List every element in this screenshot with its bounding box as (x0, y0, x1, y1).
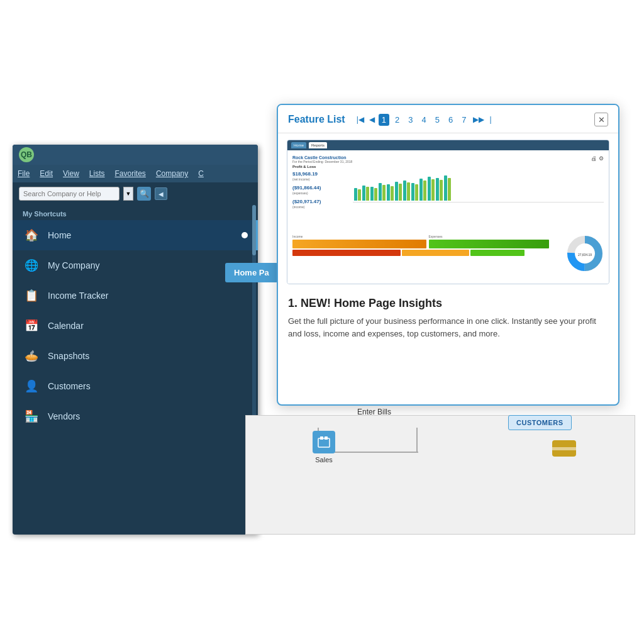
bar-group (395, 182, 402, 201)
preview-right-panel (353, 171, 604, 230)
calendar-icon: 📅 (23, 317, 40, 335)
bar-green (399, 184, 402, 201)
bar-green (440, 180, 443, 201)
page-prev-button[interactable]: ◀ (368, 114, 376, 125)
pagination-controls: |◀ ◀ 1 2 3 4 5 6 7 ▶▶ | (355, 114, 493, 126)
page-5-button[interactable]: 5 (432, 114, 443, 126)
svg-text:27,634.19: 27,634.19 (578, 253, 592, 257)
home-page-button[interactable]: Home Pa (225, 263, 278, 282)
sidebar-item-income-tracker[interactable]: 📋 Income Tracker (13, 280, 258, 311)
scrollbar-thumb (252, 205, 256, 255)
menu-company[interactable]: Company (156, 169, 188, 178)
bar-green (431, 179, 435, 201)
page-7-button[interactable]: 7 (458, 114, 469, 126)
preview-expense-title: Expenses (429, 235, 563, 238)
bar-teal (370, 187, 374, 201)
bar-group (436, 178, 443, 201)
svg-rect-4 (318, 438, 330, 447)
bar-teal (387, 184, 390, 201)
sidebar-item-income-label: Income Tracker (48, 291, 108, 301)
snapshots-icon: 🥧 (23, 347, 40, 365)
bar-teal (403, 180, 406, 201)
title-bar: QB (13, 145, 258, 165)
bar-green (358, 189, 361, 201)
active-line (256, 220, 258, 250)
bar-green (415, 184, 418, 201)
popup-text-content: 1. NEW! Home Page Insights Get the full … (278, 291, 618, 346)
preview-print-icon: 🖨 (591, 155, 597, 162)
bar-green (423, 180, 426, 201)
page-2-button[interactable]: 2 (392, 114, 402, 126)
preview-tab-reports: Reports (309, 142, 327, 148)
search-input[interactable] (19, 187, 119, 201)
bar-group (379, 183, 386, 201)
bar-group (354, 188, 361, 201)
page-1-button[interactable]: 1 (379, 114, 389, 126)
page-6-button[interactable]: 6 (445, 114, 456, 126)
search-dropdown-icon[interactable]: ▼ (123, 187, 133, 201)
collapse-sidebar-button[interactable]: ◀ (155, 187, 167, 200)
bar-group (370, 187, 377, 201)
sidebar-item-home[interactable]: 🏠 Home (13, 220, 258, 250)
sidebar-item-customers[interactable]: 👤 Customers (13, 371, 258, 401)
menu-edit[interactable]: Edit (40, 169, 53, 178)
page-next-button[interactable]: ▶▶ (472, 114, 486, 125)
sidebar-item-calendar[interactable]: 📅 Calendar (13, 311, 258, 341)
preview-donut-chart: 27,634.19 (566, 235, 604, 272)
mini-bar-chart (353, 171, 604, 203)
svg-rect-5 (320, 436, 323, 440)
page-first-button[interactable]: |◀ (355, 114, 365, 125)
page-4-button[interactable]: 4 (419, 114, 430, 126)
customers-button[interactable]: CUSTOMERS (508, 415, 572, 430)
popup-title: Feature List (288, 114, 345, 125)
vendors-icon: 🏪 (23, 408, 40, 425)
active-indicator (242, 232, 248, 238)
preview-main: $18,968.19 (net income) ($91,866.44) (ex… (292, 171, 604, 230)
bar-green (407, 182, 410, 201)
bar-teal (362, 186, 365, 201)
sidebar-item-home-label: Home (48, 230, 71, 240)
bar-teal (354, 188, 357, 201)
enter-bills-label: Enter Bills (357, 408, 391, 416)
preview-tab-home: Home (291, 142, 306, 148)
popup-close-button[interactable]: ✕ (594, 113, 608, 126)
search-bar: ▼ 🔍 ◀ (13, 182, 258, 205)
menu-view[interactable]: View (63, 169, 79, 178)
search-button[interactable]: 🔍 (137, 187, 151, 201)
qb-logo-icon: QB (19, 147, 34, 162)
sidebar-item-my-company[interactable]: 🌐 My Company (13, 250, 258, 280)
sidebar-item-calendar-label: Calendar (48, 321, 84, 331)
preview-num-3: ($20,971.47) (292, 199, 349, 204)
bar-teal (379, 183, 382, 201)
sidebar-item-snapshots[interactable]: 🥧 Snapshots (13, 341, 258, 371)
sidebar-item-vendors-label: Vendors (48, 411, 80, 421)
menu-more[interactable]: C (198, 169, 204, 178)
home-icon: 🏠 (23, 226, 40, 244)
popup-header: Feature List |◀ ◀ 1 2 3 4 5 6 7 ▶▶ | ✕ (278, 105, 618, 133)
preview-num-3-sub: (income) (292, 205, 349, 209)
screenshot-preview: Home Reports Rock Castle Construction Fo… (287, 140, 609, 284)
page-3-button[interactable]: 3 (405, 114, 416, 126)
company-icon: 🌐 (23, 257, 40, 274)
app-window: QB File Edit View Lists Favorites Compan… (13, 145, 258, 535)
menu-bar: File Edit View Lists Favorites Company C (13, 165, 258, 182)
bar-green (374, 188, 377, 201)
preview-date: For the Period Ending: December 31, 2018 (292, 160, 352, 164)
sales-label: Sales (313, 456, 335, 464)
menu-lists[interactable]: Lists (89, 169, 105, 178)
sidebar-item-vendors[interactable]: 🏪 Vendors (13, 401, 258, 431)
bar-teal (444, 175, 447, 201)
preview-settings-icon: ⚙ (599, 155, 604, 162)
page-last-button[interactable]: | (488, 114, 492, 125)
preview-num-1: $18,968.19 (292, 171, 349, 177)
sidebar-scrollbar[interactable] (252, 205, 256, 419)
preview-num-2-sub: (expenses) (292, 191, 349, 195)
sales-icon-container[interactable]: Sales (313, 431, 335, 464)
bar-group (387, 184, 394, 201)
menu-file[interactable]: File (18, 169, 30, 178)
bar-group (362, 186, 369, 201)
bar-green (391, 186, 394, 201)
bar-group (428, 177, 435, 201)
menu-favorites[interactable]: Favorites (115, 169, 146, 178)
preview-income-title: Income (292, 235, 426, 238)
